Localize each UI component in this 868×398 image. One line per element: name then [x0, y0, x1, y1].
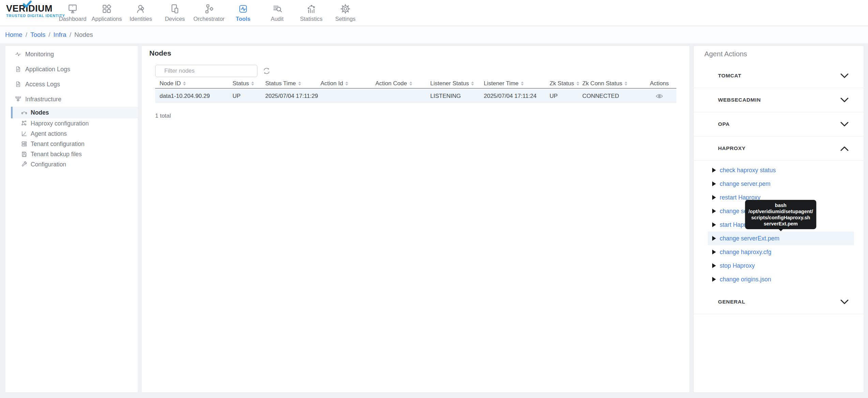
cell-node-id: data1-10.204.90.29 — [155, 89, 233, 103]
haproxy-config-icon — [20, 120, 28, 127]
eye-icon — [656, 93, 663, 99]
sidebar-item-tenant-backup-files[interactable]: Tenant backup files — [5, 149, 138, 159]
column-header-status[interactable]: Status — [233, 79, 265, 88]
nav-label: Settings — [335, 16, 356, 22]
breadcrumb-home[interactable]: Home — [5, 31, 23, 38]
nav-item-orchestrator[interactable]: Orchestrator — [192, 0, 226, 26]
breadcrumb-tools[interactable]: Tools — [30, 31, 45, 38]
filter-row — [155, 65, 689, 77]
action-stop-haproxy[interactable]: stop Haproxy — [708, 259, 854, 272]
filter-nodes-input[interactable] — [155, 65, 257, 77]
action-change-server-pem[interactable]: change server.pem — [708, 177, 854, 191]
sort-carets-icon — [577, 82, 579, 86]
agent-actions-title: Agent Actions — [704, 50, 864, 58]
sort-carets-icon — [625, 82, 627, 86]
sort-carets-icon — [471, 82, 474, 86]
column-header-listener-time[interactable]: Listener Time — [484, 79, 550, 88]
chevron-down-icon — [840, 299, 849, 305]
tools-icon — [238, 3, 249, 15]
action-check-haproxy-status[interactable]: check haproxy status — [708, 163, 854, 177]
applications-icon — [101, 3, 112, 15]
section-general[interactable]: GENERAL — [694, 290, 864, 314]
nav-label: Identities — [130, 16, 152, 22]
nav-label: Dashboard — [59, 16, 87, 22]
breadcrumb-current: Nodes — [74, 31, 93, 38]
nav-item-statistics[interactable]: Statistics — [294, 0, 328, 26]
agent-actions-icon — [20, 130, 28, 137]
nav-label: Devices — [165, 16, 185, 22]
section-websecadmin[interactable]: WEBSECADMIN — [694, 88, 864, 112]
column-header-node-id[interactable]: Node ID — [155, 79, 233, 88]
access-logs-icon — [14, 81, 22, 88]
nav-label: Orchestrator — [193, 16, 225, 22]
configuration-icon — [20, 161, 28, 168]
nav-label: Tools — [236, 16, 251, 22]
chevron-up-icon — [840, 146, 849, 151]
play-icon — [712, 181, 716, 186]
breadcrumb-separator: / — [48, 31, 50, 38]
section-opa[interactable]: OPA — [694, 112, 864, 136]
play-icon — [712, 263, 716, 268]
sort-carets-icon — [251, 82, 254, 86]
sidebar-item-tenant-configuration[interactable]: Tenant configuration — [5, 139, 138, 149]
cell-action-code — [375, 89, 430, 103]
play-icon — [712, 236, 716, 241]
nodes-panel: Nodes Node ID Status Status Time Action … — [142, 46, 689, 392]
view-node-button[interactable] — [655, 92, 664, 100]
play-icon — [712, 222, 716, 227]
sort-carets-icon — [521, 82, 524, 86]
page-title: Nodes — [142, 46, 689, 57]
nav-label: Audit — [271, 16, 284, 22]
nav-item-devices[interactable]: Devices — [158, 0, 192, 26]
nav-item-identities[interactable]: Identities — [124, 0, 158, 26]
sort-carets-icon — [409, 82, 412, 86]
column-header-zk-status[interactable]: Zk Status — [550, 79, 582, 88]
chevron-down-icon — [840, 122, 849, 127]
dashboard-icon — [67, 3, 78, 15]
sidebar-item-label: Monitoring — [25, 51, 54, 58]
breadcrumb: Home/Tools/Infra/Nodes — [0, 26, 868, 43]
nav-label: Statistics — [300, 16, 323, 22]
settings-icon — [340, 3, 351, 15]
refresh-icon — [263, 67, 271, 75]
nav-item-applications[interactable]: Applications — [90, 0, 124, 26]
nav-item-settings[interactable]: Settings — [328, 0, 362, 26]
column-header-action-code[interactable]: Action Code — [375, 79, 430, 88]
column-header-status-time[interactable]: Status Time — [265, 79, 320, 88]
action-change-origins-json[interactable]: change origins.json — [708, 272, 854, 286]
chevron-down-icon — [840, 73, 849, 78]
breadcrumb-separator: / — [26, 31, 27, 38]
cell-listener-time: 2025/07/04 17:11:24 — [484, 89, 550, 103]
application-logs-icon — [14, 66, 22, 73]
breadcrumb-infra[interactable]: Infra — [54, 31, 66, 38]
nav-item-dashboard[interactable]: Dashboard — [56, 0, 90, 26]
section-haproxy[interactable]: HAPROXY — [694, 136, 864, 161]
play-icon — [712, 209, 716, 213]
column-header-action-id[interactable]: Action Id — [320, 79, 375, 88]
sidebar-item-haproxy-configuration[interactable]: Haproxy configuration — [5, 118, 138, 129]
nodes-icon — [20, 109, 28, 116]
refresh-button[interactable] — [262, 66, 271, 76]
sidebar-item-label: Application Logs — [25, 66, 70, 73]
sort-carets-icon — [298, 82, 301, 86]
sidebar-item-infrastructure[interactable]: Infrastructure — [5, 92, 138, 107]
command-tooltip: bash /opt/veridiumid/setupagent/ scripts… — [745, 200, 816, 229]
section-tomcat[interactable]: TOMCAT — [694, 64, 864, 88]
sidebar-item-label: Infrastructure — [25, 96, 61, 103]
sort-carets-icon — [345, 82, 348, 86]
sidebar-item-nodes[interactable]: Nodes — [11, 107, 138, 118]
column-header-listener-status[interactable]: Listener Status — [430, 79, 484, 88]
nav-item-audit[interactable]: Audit — [260, 0, 294, 26]
monitoring-icon — [14, 51, 22, 58]
table-row: data1-10.204.90.29 UP 2025/07/04 17:11:2… — [155, 89, 676, 103]
action-change-haproxy-cfg[interactable]: change haproxy.cfg — [708, 245, 854, 259]
sidebar-item-application-logs[interactable]: Application Logs — [5, 62, 138, 77]
sidebar-item-agent-actions[interactable]: Agent actions — [5, 129, 138, 139]
play-icon — [712, 195, 716, 200]
column-header-zk-conn-status[interactable]: Zk Conn Status — [582, 79, 642, 88]
nav-item-tools[interactable]: Tools — [226, 0, 260, 26]
sidebar-item-configuration[interactable]: Configuration — [5, 159, 138, 169]
sidebar-item-monitoring[interactable]: Monitoring — [5, 47, 138, 62]
sidebar-item-access-logs[interactable]: Access Logs — [5, 77, 138, 92]
cell-action-id — [320, 89, 375, 103]
